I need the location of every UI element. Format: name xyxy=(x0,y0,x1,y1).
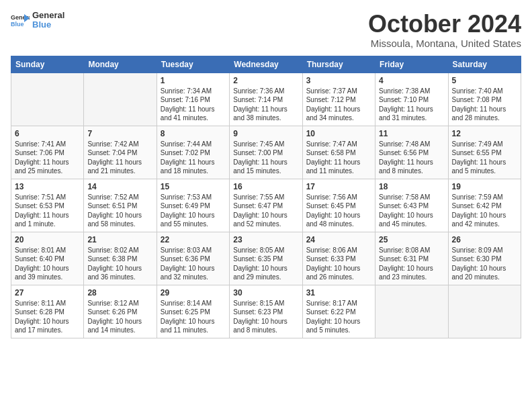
day-number: 25 xyxy=(379,235,444,244)
calendar-day-cell: 25Sunrise: 8:08 AMSunset: 6:31 PMDayligh… xyxy=(375,232,448,285)
calendar-table: SundayMondayTuesdayWednesdayThursdayFrid… xyxy=(11,56,521,338)
calendar-day-cell: 31Sunrise: 8:17 AMSunset: 6:22 PMDayligh… xyxy=(302,285,375,338)
day-info: Sunrise: 7:44 AMSunset: 7:02 PMDaylight:… xyxy=(161,140,226,176)
day-info: Sunrise: 8:09 AMSunset: 6:30 PMDaylight:… xyxy=(452,246,517,282)
logo: General Blue General Blue xyxy=(11,11,64,30)
calendar-day-cell: 29Sunrise: 8:14 AMSunset: 6:25 PMDayligh… xyxy=(157,285,229,338)
day-number: 17 xyxy=(306,182,371,191)
calendar-day-cell xyxy=(11,73,84,126)
day-number: 6 xyxy=(15,129,80,138)
calendar-day-cell: 4Sunrise: 7:38 AMSunset: 7:10 PMDaylight… xyxy=(375,73,448,126)
weekday-header-tuesday: Tuesday xyxy=(157,56,229,73)
day-info: Sunrise: 7:40 AMSunset: 7:08 PMDaylight:… xyxy=(452,87,517,123)
day-number: 8 xyxy=(161,129,226,138)
page-header: General Blue General Blue October 2024 M… xyxy=(11,11,521,49)
day-info: Sunrise: 7:41 AMSunset: 7:06 PMDaylight:… xyxy=(15,140,80,176)
weekday-header-sunday: Sunday xyxy=(11,56,84,73)
calendar-week-row: 6Sunrise: 7:41 AMSunset: 7:06 PMDaylight… xyxy=(11,126,521,179)
day-number: 5 xyxy=(452,76,517,85)
calendar-day-cell: 30Sunrise: 8:15 AMSunset: 6:23 PMDayligh… xyxy=(230,285,302,338)
day-info: Sunrise: 8:14 AMSunset: 6:25 PMDaylight:… xyxy=(161,299,226,335)
day-number: 15 xyxy=(161,182,226,191)
location-title: Missoula, Montana, United States xyxy=(368,38,521,49)
day-info: Sunrise: 7:45 AMSunset: 7:00 PMDaylight:… xyxy=(233,140,298,176)
day-number: 4 xyxy=(379,76,444,85)
day-number: 3 xyxy=(306,76,371,85)
calendar-day-cell: 23Sunrise: 8:05 AMSunset: 6:35 PMDayligh… xyxy=(230,232,302,285)
calendar-day-cell: 21Sunrise: 8:02 AMSunset: 6:38 PMDayligh… xyxy=(84,232,157,285)
calendar-day-cell: 13Sunrise: 7:51 AMSunset: 6:53 PMDayligh… xyxy=(11,179,84,232)
calendar-day-cell: 16Sunrise: 7:55 AMSunset: 6:47 PMDayligh… xyxy=(230,179,302,232)
day-number: 12 xyxy=(452,129,517,138)
calendar-day-cell: 14Sunrise: 7:52 AMSunset: 6:51 PMDayligh… xyxy=(84,179,157,232)
calendar-day-cell: 27Sunrise: 8:11 AMSunset: 6:28 PMDayligh… xyxy=(11,285,84,338)
day-info: Sunrise: 7:55 AMSunset: 6:47 PMDaylight:… xyxy=(233,193,298,229)
weekday-header-row: SundayMondayTuesdayWednesdayThursdayFrid… xyxy=(11,56,521,73)
day-number: 11 xyxy=(379,129,444,138)
weekday-header-wednesday: Wednesday xyxy=(230,56,302,73)
calendar-day-cell: 28Sunrise: 8:12 AMSunset: 6:26 PMDayligh… xyxy=(84,285,157,338)
month-title: October 2024 xyxy=(368,11,521,38)
day-number: 23 xyxy=(233,235,298,244)
calendar-day-cell: 18Sunrise: 7:58 AMSunset: 6:43 PMDayligh… xyxy=(375,179,448,232)
calendar-week-row: 20Sunrise: 8:01 AMSunset: 6:40 PMDayligh… xyxy=(11,232,521,285)
day-info: Sunrise: 8:05 AMSunset: 6:35 PMDaylight:… xyxy=(233,246,298,282)
day-number: 22 xyxy=(161,235,226,244)
day-number: 7 xyxy=(87,129,152,138)
calendar-day-cell: 24Sunrise: 8:06 AMSunset: 6:33 PMDayligh… xyxy=(302,232,375,285)
day-info: Sunrise: 8:12 AMSunset: 6:26 PMDaylight:… xyxy=(87,299,152,335)
day-number: 13 xyxy=(15,182,80,191)
calendar-day-cell: 10Sunrise: 7:47 AMSunset: 6:58 PMDayligh… xyxy=(302,126,375,179)
logo-text-blue: Blue xyxy=(32,20,64,30)
day-info: Sunrise: 7:56 AMSunset: 6:45 PMDaylight:… xyxy=(306,193,371,229)
day-info: Sunrise: 7:51 AMSunset: 6:53 PMDaylight:… xyxy=(15,193,80,229)
day-info: Sunrise: 7:34 AMSunset: 7:16 PMDaylight:… xyxy=(161,87,226,123)
day-number: 30 xyxy=(233,288,298,298)
day-number: 10 xyxy=(306,129,371,138)
calendar-week-row: 13Sunrise: 7:51 AMSunset: 6:53 PMDayligh… xyxy=(11,179,521,232)
weekday-header-thursday: Thursday xyxy=(302,56,375,73)
calendar-day-cell xyxy=(84,73,157,126)
weekday-header-saturday: Saturday xyxy=(448,56,521,73)
day-info: Sunrise: 8:17 AMSunset: 6:22 PMDaylight:… xyxy=(306,299,371,335)
day-number: 14 xyxy=(87,182,152,191)
calendar-day-cell: 26Sunrise: 8:09 AMSunset: 6:30 PMDayligh… xyxy=(448,232,521,285)
logo-text-general: General xyxy=(32,11,64,20)
calendar-day-cell: 2Sunrise: 7:36 AMSunset: 7:14 PMDaylight… xyxy=(230,73,302,126)
day-info: Sunrise: 8:02 AMSunset: 6:38 PMDaylight:… xyxy=(87,246,152,282)
day-info: Sunrise: 7:47 AMSunset: 6:58 PMDaylight:… xyxy=(306,140,371,176)
calendar-day-cell: 7Sunrise: 7:42 AMSunset: 7:04 PMDaylight… xyxy=(84,126,157,179)
day-number: 2 xyxy=(233,76,298,85)
day-number: 19 xyxy=(452,182,517,191)
logo-icon: General Blue xyxy=(11,13,30,28)
calendar-day-cell xyxy=(448,285,521,338)
day-info: Sunrise: 7:59 AMSunset: 6:42 PMDaylight:… xyxy=(452,193,517,229)
calendar-day-cell: 22Sunrise: 8:03 AMSunset: 6:36 PMDayligh… xyxy=(157,232,229,285)
day-number: 21 xyxy=(87,235,152,244)
day-number: 16 xyxy=(233,182,298,191)
calendar-day-cell: 15Sunrise: 7:53 AMSunset: 6:49 PMDayligh… xyxy=(157,179,229,232)
day-info: Sunrise: 8:11 AMSunset: 6:28 PMDaylight:… xyxy=(15,299,80,335)
day-info: Sunrise: 7:53 AMSunset: 6:49 PMDaylight:… xyxy=(161,193,226,229)
day-number: 24 xyxy=(306,235,371,244)
day-info: Sunrise: 7:38 AMSunset: 7:10 PMDaylight:… xyxy=(379,87,444,123)
day-number: 26 xyxy=(452,235,517,244)
calendar-day-cell: 5Sunrise: 7:40 AMSunset: 7:08 PMDaylight… xyxy=(448,73,521,126)
calendar-day-cell: 17Sunrise: 7:56 AMSunset: 6:45 PMDayligh… xyxy=(302,179,375,232)
calendar-day-cell: 8Sunrise: 7:44 AMSunset: 7:02 PMDaylight… xyxy=(157,126,229,179)
day-number: 28 xyxy=(87,288,152,298)
weekday-header-friday: Friday xyxy=(375,56,448,73)
day-number: 29 xyxy=(161,288,226,298)
day-number: 1 xyxy=(161,76,226,85)
day-number: 27 xyxy=(15,288,80,298)
day-number: 18 xyxy=(379,182,444,191)
day-info: Sunrise: 7:49 AMSunset: 6:55 PMDaylight:… xyxy=(452,140,517,176)
day-info: Sunrise: 8:06 AMSunset: 6:33 PMDaylight:… xyxy=(306,246,371,282)
day-number: 31 xyxy=(306,288,371,298)
svg-text:Blue: Blue xyxy=(11,21,24,28)
calendar-day-cell: 9Sunrise: 7:45 AMSunset: 7:00 PMDaylight… xyxy=(230,126,302,179)
day-info: Sunrise: 7:52 AMSunset: 6:51 PMDaylight:… xyxy=(87,193,152,229)
calendar-day-cell: 11Sunrise: 7:48 AMSunset: 6:56 PMDayligh… xyxy=(375,126,448,179)
day-info: Sunrise: 7:42 AMSunset: 7:04 PMDaylight:… xyxy=(87,140,152,176)
day-info: Sunrise: 7:37 AMSunset: 7:12 PMDaylight:… xyxy=(306,87,371,123)
